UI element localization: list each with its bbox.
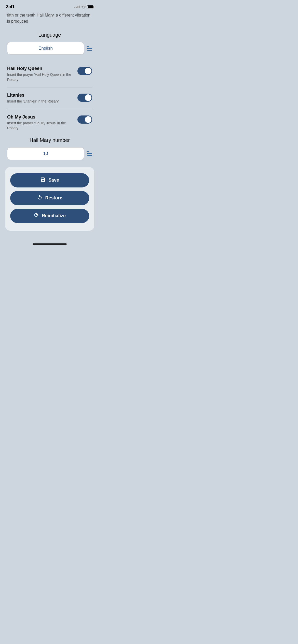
hail-mary-number-title: Hail Mary number [0,137,99,143]
list-icon-line-3 [87,50,92,51]
restore-icon [37,195,43,201]
setting-litanies: Litanies Insert the 'Litanies' in the Ro… [0,89,99,108]
litanies-toggle[interactable] [77,94,92,102]
setting-litanies-desc: Insert the 'Litanies' in the Rosary [7,99,73,104]
reinitialize-icon [34,212,39,219]
status-time: 3:41 [6,4,15,9]
hail-mary-number-row: 10 [0,147,99,160]
language-section-title: Language [0,32,99,38]
hail-holy-queen-slider [77,67,92,75]
setting-oh-my-jesus: Oh My Jesus Insert the prayer 'Oh My Jes… [0,110,99,135]
setting-litanies-title: Litanies [7,93,73,98]
setting-hail-holy-queen-text: Hail Holy Queen Insert the prayer 'Hail … [7,66,73,82]
reinitialize-button[interactable]: Reinitialize [10,209,89,223]
setting-hail-holy-queen-desc: Insert the prayer 'Hail Holy Queen' in t… [7,72,73,82]
litanies-slider [77,94,92,102]
oh-my-jesus-toggle[interactable] [77,115,92,124]
home-indicator [0,241,99,246]
setting-oh-my-jesus-text: Oh My Jesus Insert the prayer 'Oh My Jes… [7,114,73,131]
hail-mary-list-icon[interactable] [87,151,92,156]
setting-hail-holy-queen: Hail Holy Queen Insert the prayer 'Hail … [0,62,99,86]
save-button[interactable]: Save [10,173,89,187]
setting-oh-my-jesus-desc: Insert the prayer 'Oh My Jesus' in the R… [7,121,73,131]
language-list-icon[interactable] [87,46,92,51]
setting-oh-my-jesus-title: Oh My Jesus [7,114,73,120]
signal-icon [74,6,80,8]
language-selector-row: English [0,42,99,55]
oh-my-jesus-slider [77,115,92,124]
setting-hail-holy-queen-title: Hail Holy Queen [7,66,73,71]
hail-holy-queen-toggle[interactable] [77,67,92,75]
restore-button[interactable]: Restore [10,191,89,205]
save-label: Save [48,178,59,183]
hail-mary-list-icon-line-1 [87,151,89,152]
scroll-content: fifth or the tenth Hail Mary, a differen… [0,12,99,241]
list-icon-line-1 [87,46,89,47]
list-icon-line-2 [87,48,92,49]
intro-text: fifth or the tenth Hail Mary, a differen… [0,12,99,30]
status-bar: 3:41 [0,0,99,12]
hail-mary-list-icon-line-2 [87,153,92,154]
language-selector[interactable]: English [7,42,84,55]
setting-litanies-text: Litanies Insert the 'Litanies' in the Ro… [7,93,73,104]
divider-2 [7,109,92,109]
wifi-icon [82,5,86,8]
restore-label: Restore [45,195,62,201]
save-icon [40,177,46,184]
battery-icon [87,5,94,8]
reinitialize-label: Reinitialize [42,213,66,218]
status-icons [74,5,94,8]
divider-1 [7,87,92,87]
hail-mary-number-selector[interactable]: 10 [7,147,84,160]
hail-mary-list-icon-line-3 [87,155,92,156]
bottom-card: Save Restore Reinitialize [5,167,94,231]
home-bar [33,243,67,245]
